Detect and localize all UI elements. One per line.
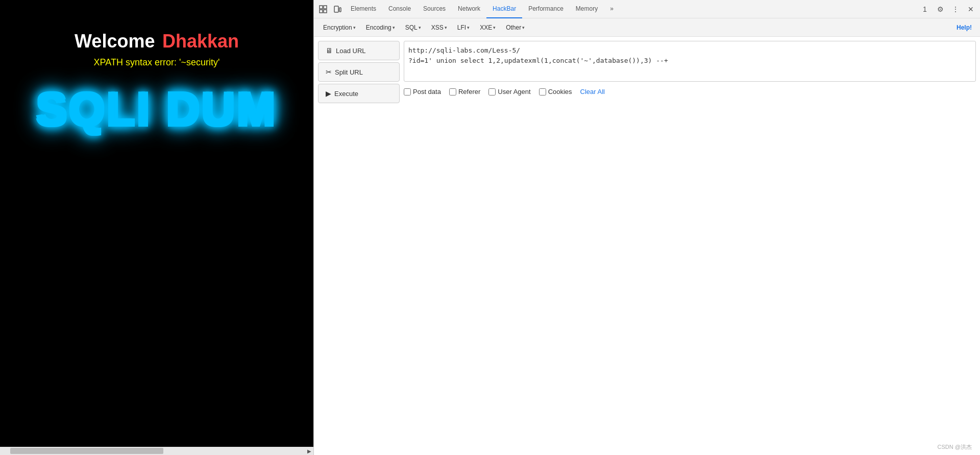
- svg-rect-4: [334, 6, 338, 12]
- sql-arrow: ▾: [419, 25, 421, 30]
- other-arrow: ▾: [522, 25, 525, 30]
- sql-label: SQL: [405, 24, 418, 31]
- tab-console[interactable]: Console: [382, 0, 417, 18]
- svg-rect-3: [324, 10, 327, 13]
- more-options-icon[interactable]: ⋮: [948, 2, 963, 16]
- clear-all-button[interactable]: Clear All: [580, 88, 605, 95]
- scrollbar[interactable]: ▶: [0, 447, 313, 455]
- split-url-icon: ✂: [326, 68, 332, 76]
- menu-encoding[interactable]: Encoding ▾: [361, 22, 400, 33]
- encoding-arrow: ▾: [393, 25, 395, 30]
- svg-rect-0: [320, 6, 323, 9]
- menu-encryption[interactable]: Encryption ▾: [318, 22, 361, 33]
- referer-checkbox[interactable]: [449, 88, 456, 95]
- encoding-label: Encoding: [366, 24, 391, 31]
- devtools-panel: Elements Console Sources Network HackBar…: [313, 0, 980, 455]
- load-url-button[interactable]: 🖥 Load URL: [318, 41, 400, 60]
- settings-icon[interactable]: ⚙: [933, 2, 947, 16]
- menu-xxe[interactable]: XXE ▾: [475, 22, 501, 33]
- scrollbar-thumb[interactable]: [10, 448, 163, 454]
- execute-label: Execute: [334, 90, 358, 98]
- webpage-panel: Welcome Dhakkan XPATH syntax error: '~se…: [0, 0, 313, 455]
- referer-label: Referer: [458, 88, 480, 95]
- tab-network[interactable]: Network: [452, 0, 486, 18]
- tab-memory[interactable]: Memory: [570, 0, 604, 18]
- xpath-error: XPATH syntax error: '~security': [20, 57, 293, 68]
- hackbar-url-area: http://sqli-labs.com/Less-5/ ?id=1' unio…: [404, 41, 976, 439]
- menu-sql[interactable]: SQL ▾: [400, 22, 426, 33]
- load-url-icon: 🖥: [326, 46, 333, 55]
- xss-arrow: ▾: [445, 25, 447, 30]
- cookies-checkbox-item[interactable]: Cookies: [539, 88, 572, 95]
- execute-button[interactable]: ▶ Execute: [318, 84, 400, 103]
- execute-icon: ▶: [326, 89, 331, 98]
- post-data-checkbox-item[interactable]: Post data: [404, 88, 441, 95]
- split-url-label: Split URL: [335, 68, 363, 76]
- hackbar-content: 🖥 Load URL ✂ Split URL ▶ Execute http://…: [314, 37, 980, 443]
- other-label: Other: [506, 24, 521, 31]
- cookies-label: Cookies: [548, 88, 572, 95]
- help-link[interactable]: Help!: [952, 22, 976, 33]
- inspect-icon[interactable]: [316, 2, 330, 16]
- post-data-label: Post data: [413, 88, 441, 95]
- lfi-arrow: ▾: [467, 25, 470, 30]
- xxe-label: XXE: [480, 24, 492, 31]
- user-agent-label: User Agent: [498, 88, 530, 95]
- menu-xss[interactable]: XSS ▾: [426, 22, 452, 33]
- xxe-arrow: ▾: [493, 25, 496, 30]
- tab-count: 1: [923, 5, 927, 13]
- svg-rect-2: [320, 10, 323, 13]
- hackbar-menu: Encryption ▾ Encoding ▾ SQL ▾ XSS ▾ LFI …: [314, 18, 980, 37]
- menu-lfi[interactable]: LFI ▾: [452, 22, 475, 33]
- post-data-checkbox[interactable]: [404, 88, 411, 95]
- user-agent-checkbox[interactable]: [488, 88, 496, 95]
- csdn-watermark: CSDN @洪杰: [310, 441, 976, 453]
- svg-rect-5: [339, 8, 341, 12]
- devtools-toolbar: Elements Console Sources Network HackBar…: [314, 0, 980, 18]
- close-icon[interactable]: ✕: [964, 2, 978, 16]
- device-toggle-icon[interactable]: [330, 2, 345, 16]
- encryption-arrow: ▾: [353, 25, 356, 30]
- toolbar-right-icons: 1 ⚙ ⋮ ✕: [918, 2, 978, 16]
- checkboxes-row: Post data Referer User Agent Cookies Cle…: [404, 86, 976, 98]
- xss-label: XSS: [431, 24, 444, 31]
- cookies-checkbox[interactable]: [539, 88, 546, 95]
- tab-hackbar[interactable]: HackBar: [486, 0, 522, 18]
- tab-sources[interactable]: Sources: [417, 0, 452, 18]
- welcome-text: Welcome: [75, 31, 155, 52]
- user-agent-checkbox-item[interactable]: User Agent: [488, 88, 530, 95]
- tab-more[interactable]: »: [604, 0, 620, 18]
- menu-other[interactable]: Other ▾: [501, 22, 530, 33]
- referer-checkbox-item[interactable]: Referer: [449, 88, 480, 95]
- split-url-button[interactable]: ✂ Split URL: [318, 62, 400, 82]
- encryption-label: Encryption: [323, 24, 352, 31]
- tab-performance[interactable]: Performance: [522, 0, 570, 18]
- lfi-label: LFI: [457, 24, 466, 31]
- url-textarea[interactable]: http://sqli-labs.com/Less-5/ ?id=1' unio…: [404, 41, 976, 82]
- tab-count-button[interactable]: 1: [918, 2, 932, 16]
- load-url-label: Load URL: [336, 47, 366, 55]
- svg-rect-1: [324, 6, 327, 9]
- dhakkan-text: Dhakkan: [162, 31, 239, 52]
- sqli-logo: SQLI DUM: [20, 83, 293, 136]
- tab-elements[interactable]: Elements: [345, 0, 382, 18]
- hackbar-buttons: 🖥 Load URL ✂ Split URL ▶ Execute: [318, 41, 400, 439]
- devtools-tabs: Elements Console Sources Network HackBar…: [345, 0, 918, 18]
